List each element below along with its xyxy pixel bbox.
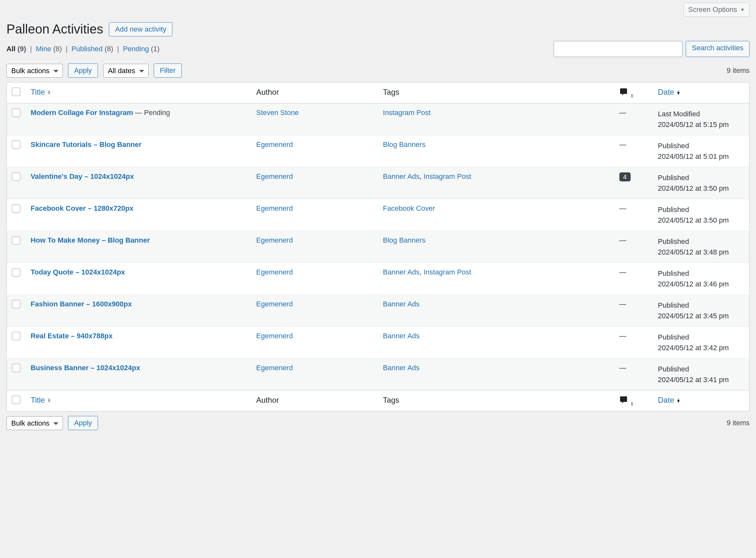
bulk-actions-select-bottom[interactable]: Bulk actions: [6, 416, 63, 430]
comment-icon: [620, 397, 630, 406]
tag-link[interactable]: Banner Ads: [383, 268, 420, 276]
comment-icon: [620, 89, 630, 98]
row-title-link[interactable]: Business Banner – 1024x1024px: [31, 364, 140, 372]
tag-link[interactable]: Banner Ads: [383, 172, 420, 180]
no-comments: —: [620, 364, 627, 372]
search-input[interactable]: [554, 41, 682, 57]
row-title-link[interactable]: Real Estate – 940x788px: [31, 332, 112, 340]
table-row: Modern Collage For Instagram — PendingSt…: [7, 103, 750, 135]
sort-icon: ▲▼: [676, 90, 681, 94]
sort-date-bottom[interactable]: Date ▲▼: [658, 396, 681, 405]
screen-options-label: Screen Options: [688, 5, 737, 14]
sort-icon: ▲▼: [676, 398, 681, 402]
table-row: Business Banner – 1024x1024pxEgemenerdBa…: [7, 359, 750, 390]
select-all-top[interactable]: [12, 87, 20, 96]
row-checkbox[interactable]: [12, 141, 20, 149]
row-checkbox[interactable]: [12, 204, 20, 213]
author-link[interactable]: Egemenerd: [256, 332, 293, 340]
table-row: Skincare Tutorials – Blog BannerEgemener…: [7, 135, 750, 167]
filter-published[interactable]: Published (8): [72, 45, 116, 53]
apply-button-top[interactable]: Apply: [68, 64, 98, 78]
author-link[interactable]: Egemenerd: [256, 172, 293, 180]
col-author-bottom: Author: [251, 390, 378, 411]
date-cell: Published2024/05/12 at 3:48 pm: [653, 231, 750, 263]
filter-all[interactable]: All (9): [6, 45, 28, 53]
row-checkbox[interactable]: [12, 108, 20, 117]
table-row: Facebook Cover – 1280x720pxEgemenerdFace…: [7, 199, 750, 231]
items-count-top: 9 items: [727, 66, 750, 75]
no-comments: —: [620, 300, 627, 308]
author-link[interactable]: Steven Stone: [256, 108, 299, 117]
col-comments-bottom[interactable]: ▲▼: [614, 390, 653, 411]
row-checkbox[interactable]: [12, 172, 20, 181]
sort-icon: ▲▼: [47, 90, 51, 94]
author-link[interactable]: Egemenerd: [256, 141, 293, 149]
sort-icon: ▲▼: [47, 398, 51, 402]
screen-options-button[interactable]: Screen Options ▼: [683, 3, 750, 17]
comment-count-bubble[interactable]: 4: [620, 172, 631, 181]
filter-pending[interactable]: Pending (1): [123, 45, 159, 53]
filter-button[interactable]: Filter: [154, 64, 182, 78]
date-cell: Published2024/05/12 at 3:42 pm: [653, 327, 750, 359]
select-all-bottom[interactable]: [12, 396, 20, 404]
row-checkbox[interactable]: [12, 332, 20, 340]
date-cell: Published2024/05/12 at 3:41 pm: [653, 359, 750, 390]
tag-link[interactable]: Banner Ads: [383, 332, 420, 340]
sort-title[interactable]: Title ▲▼: [31, 87, 51, 97]
post-state: — Pending: [133, 108, 170, 117]
search-button[interactable]: Search activities: [686, 41, 750, 57]
col-comments[interactable]: ▲▼: [614, 82, 653, 103]
tag-link[interactable]: Instagram Post: [383, 108, 430, 117]
table-row: Fashion Banner – 1600x900pxEgemenerdBann…: [7, 295, 750, 327]
row-checkbox[interactable]: [12, 236, 20, 245]
date-cell: Published2024/05/12 at 3:50 pm: [653, 199, 750, 231]
date-cell: Published2024/05/12 at 3:50 pm: [653, 167, 750, 199]
tag-link[interactable]: Blog Banners: [383, 236, 425, 244]
row-title-link[interactable]: Skincare Tutorials – Blog Banner: [31, 141, 142, 149]
no-comments: —: [620, 108, 627, 117]
author-link[interactable]: Egemenerd: [256, 300, 293, 308]
page-title: Palleon Activities: [6, 22, 103, 36]
no-comments: —: [620, 268, 627, 276]
apply-button-bottom[interactable]: Apply: [68, 416, 98, 430]
sort-icon: ▲▼: [630, 401, 634, 406]
date-filter-select[interactable]: All dates: [103, 64, 149, 78]
row-title-link[interactable]: Today Quote – 1024x1024px: [31, 268, 125, 276]
author-link[interactable]: Egemenerd: [256, 204, 293, 212]
table-row: Real Estate – 940x788pxEgemenerdBanner A…: [7, 327, 750, 359]
no-comments: —: [620, 332, 627, 340]
row-title-link[interactable]: Valentine's Day – 1024x1024px: [31, 172, 134, 180]
sort-icon: ▲▼: [630, 94, 634, 98]
tag-link[interactable]: Facebook Cover: [383, 204, 435, 212]
no-comments: —: [620, 204, 627, 212]
author-link[interactable]: Egemenerd: [256, 268, 293, 276]
author-link[interactable]: Egemenerd: [256, 364, 293, 372]
add-new-button[interactable]: Add new activity: [109, 22, 172, 36]
table-row: Valentine's Day – 1024x1024pxEgemenerdBa…: [7, 167, 750, 199]
tag-link[interactable]: Banner Ads: [383, 364, 420, 372]
bulk-actions-select-top[interactable]: Bulk actions: [6, 64, 63, 78]
row-checkbox[interactable]: [12, 268, 20, 276]
author-link[interactable]: Egemenerd: [256, 236, 293, 244]
tag-link[interactable]: Instagram Post: [424, 172, 471, 180]
tag-link[interactable]: Instagram Post: [424, 268, 471, 276]
row-checkbox[interactable]: [12, 364, 20, 372]
caret-down-icon: ▼: [740, 7, 745, 12]
sort-date[interactable]: Date ▲▼: [658, 87, 681, 97]
date-cell: Published2024/05/12 at 5:01 pm: [653, 135, 750, 167]
sort-title-bottom[interactable]: Title ▲▼: [31, 396, 51, 405]
tag-link[interactable]: Banner Ads: [383, 300, 420, 308]
row-title-link[interactable]: Facebook Cover – 1280x720px: [31, 204, 133, 212]
row-checkbox[interactable]: [12, 300, 20, 308]
table-row: Today Quote – 1024x1024pxEgemenerdBanner…: [7, 263, 750, 295]
tag-link[interactable]: Blog Banners: [383, 141, 425, 149]
no-comments: —: [620, 141, 627, 149]
table-row: How To Make Money – Blog BannerEgemenerd…: [7, 231, 750, 263]
items-count-bottom: 9 items: [727, 419, 750, 427]
date-cell: Published2024/05/12 at 3:45 pm: [653, 295, 750, 327]
col-author: Author: [251, 82, 378, 103]
row-title-link[interactable]: How To Make Money – Blog Banner: [31, 236, 150, 244]
row-title-link[interactable]: Modern Collage For Instagram: [31, 108, 133, 117]
filter-mine[interactable]: Mine (8): [36, 45, 64, 53]
row-title-link[interactable]: Fashion Banner – 1600x900px: [31, 300, 132, 308]
